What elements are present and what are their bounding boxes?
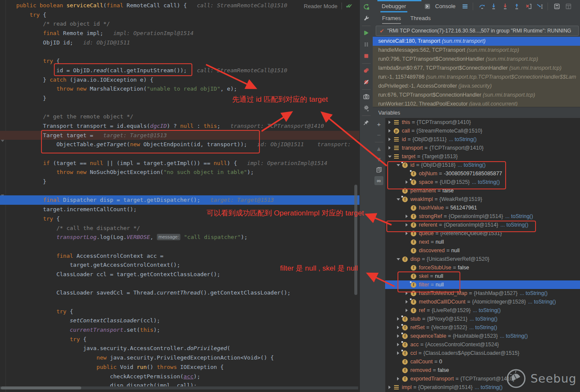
pin-icon[interactable] [362, 118, 371, 127]
tab-console[interactable]: Console [422, 0, 456, 12]
code-editor[interactable]: public boolean serviceCall(final RemoteC… [0, 0, 359, 392]
tostring-link[interactable]: ... toString() [475, 384, 503, 390]
move-down-icon[interactable]: ▼ [374, 155, 383, 164]
chevron-right-icon[interactable] [405, 223, 409, 227]
chevron-right-icon[interactable] [405, 180, 409, 184]
chevron-right-icon[interactable] [405, 215, 409, 218]
frame-row[interactable]: doPrivileged:-1, AccessController (java.… [373, 82, 580, 91]
force-step-into-icon[interactable] [500, 1, 510, 12]
variable-row[interactable]: discovered=null [385, 246, 580, 255]
editor-vertical-scrollbar[interactable] [354, 185, 357, 295]
chevron-down-icon[interactable] [396, 197, 400, 201]
tostring-link[interactable]: ... toString() [470, 316, 498, 322]
inspections-ok-icon[interactable]: ✔✔ [346, 3, 353, 9]
chevron-right-icon[interactable] [405, 309, 409, 312]
camera-icon[interactable] [362, 92, 371, 101]
variable-row[interactable]: disp={UnicastServerRef@1520} [385, 255, 580, 263]
show-watches-icon[interactable]: ∞ [374, 176, 383, 185]
tab-frames[interactable]: Frames [382, 12, 401, 24]
chevron-right-icon[interactable] [396, 351, 400, 355]
frame-row[interactable]: run:676, TCPTransport$ConnectionHandler … [373, 91, 580, 100]
variable-row[interactable]: methodCallIDCount={AtomicInteger@1528}..… [385, 298, 580, 306]
variable-row[interactable]: callCount=0 [385, 357, 580, 366]
variable-row[interactable]: strongRef={OperationImpl@1514}... toStri… [385, 212, 580, 221]
settings-gear-icon[interactable] [362, 103, 371, 113]
variable-row[interactable]: permanent=false [385, 186, 580, 195]
variable-row[interactable]: id={ObjID@1518}... toString() [385, 161, 580, 169]
frame-row[interactable]: runWorker:1102, ThreadPoolExecutor (java… [373, 100, 580, 106]
variable-row[interactable]: id={ObjID@1511}... toString() [385, 135, 580, 144]
frame-row[interactable]: run0:796, TCPTransport$ConnectionHandler… [373, 55, 580, 64]
thread-dropdown[interactable]: ✔ "RMI TCP Connection(7)-172.16.30.58...… [376, 26, 579, 36]
tostring-link[interactable]: ... toString() [520, 290, 548, 296]
variable-row[interactable]: sequenceTable={Hashtable@1523}... toStri… [385, 332, 580, 340]
mute-breakpoints-icon[interactable] [362, 77, 371, 87]
tostring-link[interactable]: ... toString() [528, 299, 556, 305]
chevron-right-icon[interactable] [388, 129, 392, 133]
variable-row[interactable]: forceStubUse=false [385, 263, 580, 272]
chevron-down-icon[interactable] [388, 155, 392, 159]
chevron-right-icon[interactable] [405, 232, 409, 236]
tostring-link[interactable]: ... toString() [501, 222, 528, 228]
tostring-link[interactable]: ... toString() [505, 213, 533, 219]
tab-threads[interactable]: Threads [410, 12, 431, 24]
evaluate-expression-icon[interactable] [552, 1, 562, 12]
chevron-right-icon[interactable] [405, 300, 409, 304]
reader-mode-widget[interactable]: Reader Mode ✔✔ [304, 3, 353, 9]
frame-row[interactable]: serviceCall:180, Transport (sun.rmi.tran… [373, 37, 580, 46]
variable-row[interactable]: acc={AccessControlContext@1524} [385, 340, 580, 349]
variable-row[interactable]: stub={$Proxy0@1521}... toString() [385, 315, 580, 323]
variable-row[interactable]: transport={TCPTransport@1410} [385, 144, 580, 152]
tostring-link[interactable]: ... toString() [449, 136, 477, 142]
remove-watch-icon[interactable]: − [374, 130, 383, 139]
step-into-icon[interactable] [489, 1, 499, 12]
variable-row[interactable]: ccl={ClassLoaders$AppClassLoader@1515} [385, 349, 580, 357]
chevron-right-icon[interactable] [405, 292, 409, 295]
run-to-cursor-icon[interactable] [535, 1, 545, 12]
variable-row[interactable]: referent={OperationImpl@1514}... toStrin… [385, 221, 580, 229]
chevron-right-icon[interactable] [396, 334, 400, 338]
tostring-link[interactable]: ... toString() [458, 162, 486, 168]
add-watch-icon[interactable]: + [374, 120, 383, 129]
tostring-link[interactable]: ... toString() [473, 307, 501, 313]
pause-icon[interactable] [362, 40, 371, 49]
copy-stack-icon[interactable] [374, 165, 383, 174]
tostring-link[interactable]: ... toString() [500, 333, 528, 339]
move-up-icon[interactable]: ▲ [374, 144, 383, 153]
chevron-right-icon[interactable] [388, 138, 392, 141]
rerun-icon[interactable] [362, 2, 371, 12]
drop-frame-icon[interactable] [523, 1, 533, 12]
chevron-right-icon[interactable] [396, 326, 400, 330]
chevron-right-icon[interactable] [396, 377, 400, 381]
variable-row[interactable]: filter=null [385, 280, 580, 289]
variable-row[interactable]: target={Target@1513} [385, 152, 580, 161]
frame-row[interactable]: handleMessages:562, TCPTransport (sun.rm… [373, 46, 580, 55]
variable-row[interactable]: refSet={Vector@1522}... toString() [385, 323, 580, 332]
variable-row[interactable]: skel=null [385, 272, 580, 280]
tab-debugger[interactable]: Debugger [382, 0, 406, 12]
chevron-right-icon[interactable] [396, 343, 400, 347]
variable-row[interactable]: next=null [385, 238, 580, 246]
tostring-link[interactable]: ... toString() [469, 324, 497, 330]
tostring-link[interactable]: ... toString() [472, 179, 500, 185]
variable-row[interactable]: call={StreamRemoteCall@1510} [385, 127, 580, 135]
layout-menu-icon[interactable] [460, 1, 470, 12]
chevron-right-icon[interactable] [388, 121, 392, 124]
settings-wrench-icon[interactable] [362, 14, 371, 23]
resume-icon[interactable] [362, 28, 371, 38]
variable-row[interactable]: weakImpl={WeakRef@1519} [385, 195, 580, 203]
variable-row[interactable]: space={UID@1525}... toString() [385, 178, 580, 186]
chevron-down-icon[interactable] [396, 163, 400, 167]
frame-row[interactable]: run:-1, 1157489786 (sun.rmi.transport.tc… [373, 73, 580, 82]
chevron-down-icon[interactable] [396, 257, 400, 261]
variable-row[interactable]: queue={ReferenceQueue@1531} [385, 229, 580, 238]
variable-row[interactable]: this={TCPTransport@1410} [385, 118, 580, 127]
layout-icon[interactable] [563, 1, 574, 12]
variable-row[interactable]: objNum=-3008050971685085877 [385, 169, 580, 178]
chevron-right-icon[interactable] [396, 317, 400, 321]
editor-horizontal-scrollbar[interactable] [1, 386, 81, 389]
step-over-icon[interactable] [477, 1, 487, 12]
chevron-right-icon[interactable] [388, 386, 392, 389]
view-breakpoints-icon[interactable] [362, 66, 371, 75]
step-out-icon[interactable] [512, 1, 522, 12]
